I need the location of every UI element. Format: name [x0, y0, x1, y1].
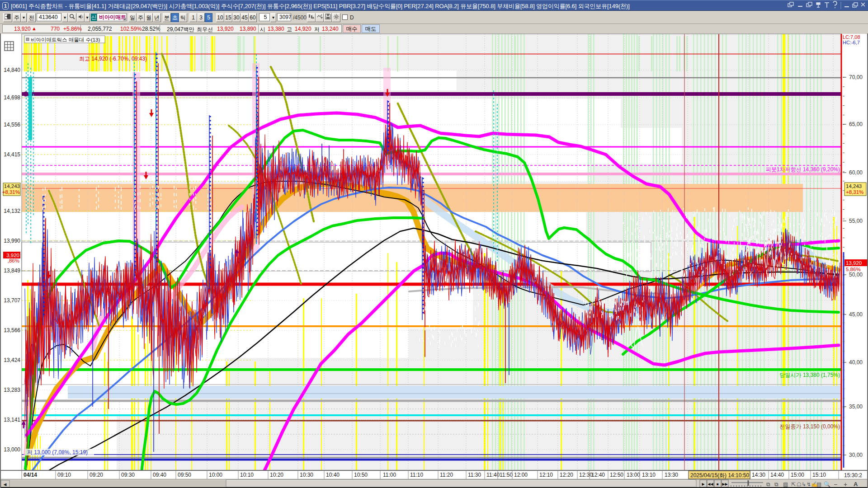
svg-text:11:30: 11:30 — [468, 472, 481, 478]
svg-text:10:30: 10:30 — [300, 472, 313, 478]
svg-text:,86%: ,86% — [8, 258, 19, 263]
svg-text:14,698: 14,698 — [4, 94, 20, 101]
svg-text:12:40: 12:40 — [591, 472, 605, 478]
svg-text:−: − — [834, 481, 837, 488]
svg-text:↳: ↳ — [802, 481, 806, 488]
svg-text:12:50: 12:50 — [610, 472, 623, 478]
svg-text:⧉: ⧉ — [774, 481, 778, 488]
svg-text:비아이매트릭스 매물대 수(13): 비아이매트릭스 매물대 수(13) — [31, 37, 100, 42]
svg-text:14,243: 14,243 — [4, 183, 20, 189]
svg-text:09:20: 09:20 — [90, 472, 103, 478]
svg-text:13,424: 13,424 — [4, 357, 20, 363]
svg-text:+: + — [844, 481, 847, 488]
svg-text:11:20: 11:20 — [440, 472, 453, 478]
svg-text:70,00: 70,00 — [849, 74, 863, 80]
svg-text:⇱: ⇱ — [791, 481, 796, 488]
svg-text:13,141: 13,141 — [4, 417, 20, 423]
svg-text:09:10: 09:10 — [57, 472, 71, 478]
svg-text:14,556: 14,556 — [4, 122, 20, 128]
svg-text:◀◀: ◀◀ — [708, 482, 713, 486]
svg-text:13:10: 13:10 — [642, 472, 656, 478]
svg-text:11:10: 11:10 — [410, 472, 423, 478]
svg-text:12:30: 12:30 — [579, 472, 593, 478]
svg-text:14,243: 14,243 — [846, 183, 862, 189]
svg-text:저 13,000 (7,08%, 15:19): 저 13,000 (7,08%, 15:19) — [27, 449, 88, 455]
svg-text:▤: ▤ — [816, 481, 821, 488]
svg-text:04/14: 04/14 — [24, 472, 37, 478]
svg-text:당일시가 13,380 (1,75%): 당일시가 13,380 (1,75%) — [780, 372, 840, 378]
svg-text:■: ■ — [717, 482, 719, 486]
svg-text:09:50: 09:50 — [178, 472, 191, 478]
svg-text:◀: ◀ — [4, 482, 7, 487]
svg-text:10:20: 10:20 — [270, 472, 283, 478]
svg-text:피봇1차저항선 14,360 (9,20%): 피봇1차저항선 14,360 (9,20%) — [766, 166, 840, 173]
svg-text:+8,31%: +8,31% — [2, 189, 20, 195]
svg-text:10:10: 10:10 — [240, 472, 254, 478]
svg-text:12:00: 12:00 — [514, 472, 528, 478]
svg-text:5,86%: 5,86% — [846, 267, 861, 272]
svg-text:13:30: 13:30 — [665, 472, 678, 478]
svg-text:55,00: 55,00 — [849, 218, 863, 224]
svg-text:09:40: 09:40 — [153, 472, 166, 478]
svg-text:60,00: 60,00 — [849, 169, 863, 176]
svg-text:35,00: 35,00 — [849, 404, 863, 410]
svg-text:+8,31%: +8,31% — [846, 189, 863, 195]
svg-text:A: A — [854, 481, 858, 488]
svg-text:2025/04/15(화) 14:10:50: 2025/04/15(화) 14:10:50 — [690, 472, 749, 479]
svg-text:☖: ☖ — [797, 481, 802, 488]
svg-text:최고 14,920 (-6.70%, 09:43): 최고 14,920 (-6.70%, 09:43) — [79, 56, 147, 62]
svg-text:09:30: 09:30 — [121, 472, 135, 478]
svg-text:LC:7,08: LC:7,08 — [843, 34, 860, 40]
svg-text:65,00: 65,00 — [849, 121, 863, 127]
svg-text:15:10: 15:10 — [812, 472, 826, 478]
svg-text:10:00: 10:00 — [209, 472, 222, 478]
svg-text:▨: ▨ — [783, 481, 788, 488]
svg-text:14:30: 14:30 — [752, 472, 765, 478]
svg-text:40,00: 40,00 — [849, 359, 863, 366]
svg-text:11:50: 11:50 — [500, 472, 513, 478]
svg-text:14:40: 14:40 — [770, 472, 784, 478]
svg-text:13,990: 13,990 — [4, 238, 20, 244]
svg-text:12:20: 12:20 — [560, 472, 573, 478]
svg-text:↯: ↯ — [807, 481, 811, 488]
svg-text:45,00: 45,00 — [849, 311, 863, 318]
svg-text:15:30:2: 15:30:2 — [844, 472, 862, 479]
svg-text:🔍: 🔍 — [824, 481, 830, 488]
svg-text:10:50: 10:50 — [354, 472, 368, 478]
svg-text:13:00: 13:00 — [627, 472, 640, 478]
svg-text:12:10: 12:10 — [539, 472, 553, 478]
svg-text:10:40: 10:40 — [326, 472, 340, 478]
svg-text:11:00: 11:00 — [383, 472, 396, 478]
svg-text:HC:-6,7: HC:-6,7 — [843, 40, 860, 45]
svg-text:13,849: 13,849 — [4, 267, 20, 274]
svg-text:13,000: 13,000 — [4, 446, 20, 453]
svg-text:⧉: ⧉ — [766, 481, 770, 488]
svg-text:50,00: 50,00 — [849, 272, 863, 278]
svg-text:전일종가 13,150 (0,00%): 전일종가 13,150 (0,00%) — [780, 423, 840, 430]
svg-text:▶: ▶ — [702, 482, 705, 486]
svg-text:15:00: 15:00 — [791, 472, 804, 478]
svg-text:14,840: 14,840 — [4, 67, 20, 73]
svg-text:13,707: 13,707 — [4, 297, 20, 304]
svg-text:13,566: 13,566 — [4, 327, 20, 333]
svg-text:3,920: 3,920 — [6, 253, 19, 258]
svg-text:14,132: 14,132 — [4, 208, 20, 214]
svg-text:13,920: 13,920 — [846, 260, 862, 266]
svg-text:14,415: 14,415 — [4, 151, 20, 158]
svg-text:▶▶: ▶▶ — [722, 482, 728, 486]
svg-text:13,283: 13,283 — [4, 387, 20, 393]
svg-text:30,00: 30,00 — [849, 452, 863, 458]
